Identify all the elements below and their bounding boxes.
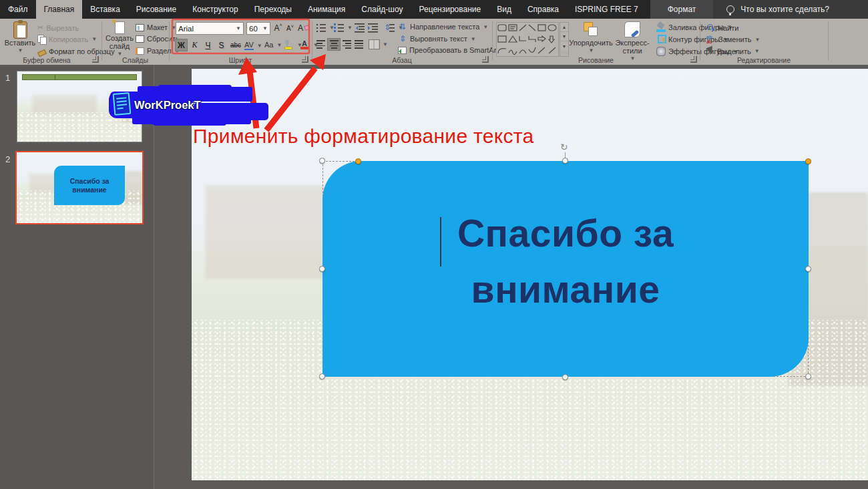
shape-fill-icon [656, 23, 666, 32]
font-dialog-launcher[interactable] [302, 56, 308, 63]
resize-handle-top-left[interactable] [319, 158, 325, 164]
layout-button[interactable]: Макет ▼ [136, 23, 176, 31]
justify-button[interactable] [353, 39, 365, 50]
font-name-combobox[interactable]: Arial ▼ [176, 22, 244, 35]
font-group-label: Шрифт [169, 56, 312, 64]
tab-home[interactable]: Главная [36, 0, 83, 19]
character-spacing-letters: AV [244, 41, 254, 50]
chevron-down-icon: ▼ [262, 25, 268, 31]
decrease-indent-button[interactable] [355, 23, 365, 33]
text-direction-button[interactable]: ⇅ Направление текста ▼ [398, 22, 488, 31]
tab-review[interactable]: Рецензирование [411, 0, 489, 19]
chevron-down-icon: ▼ [18, 47, 23, 55]
clipboard-dialog-launcher[interactable] [92, 56, 99, 63]
rotate-handle-icon[interactable]: ↻ [560, 142, 568, 152]
resize-handle-middle-left[interactable] [319, 266, 325, 272]
tab-help[interactable]: Справка [519, 0, 567, 19]
section-button[interactable]: Раздел ▼ [136, 47, 180, 55]
grow-font-button[interactable]: A˄ [272, 22, 284, 33]
convert-smartart-button[interactable]: Преобразовать в SmartArt ▼ [398, 46, 507, 54]
tab-view[interactable]: Вид [489, 0, 519, 19]
align-right-button[interactable] [341, 39, 353, 50]
increase-indent-icon [368, 23, 378, 33]
shrink-font-button[interactable]: A˅ [284, 23, 296, 34]
tab-design[interactable]: Конструктор [184, 0, 246, 19]
new-slide-icon: ✶ [115, 21, 125, 34]
chevron-down-icon: ▼ [589, 47, 594, 55]
find-label: Найти [718, 24, 738, 32]
tell-me-search[interactable]: Что вы хотите сделать? [713, 0, 868, 19]
character-spacing-button[interactable]: AV ▼ [244, 41, 262, 50]
thank-you-shape[interactable]: Спасибо за внимание [322, 161, 809, 377]
reset-button[interactable]: Сбросить [136, 35, 180, 43]
gallery-down-icon[interactable]: ▼ [560, 32, 568, 41]
gallery-more-icon[interactable]: ▼ [560, 41, 568, 51]
paragraph-dialog-launcher[interactable] [482, 56, 489, 63]
eraser-icon [304, 25, 310, 31]
chevron-down-icon: ▼ [383, 41, 388, 47]
format-painter-icon [37, 47, 46, 55]
cut-button[interactable]: ✂ Вырезать [37, 23, 79, 32]
clear-formatting-letter: A [298, 23, 303, 33]
title-bar: Файл Главная Вставка Рисование Конструкт… [0, 0, 868, 19]
gallery-up-icon[interactable]: ▲ [560, 23, 568, 32]
resize-handle-top-middle[interactable] [562, 158, 568, 164]
align-left-button[interactable] [315, 39, 327, 50]
tab-slideshow[interactable]: Слайд-шоу [353, 0, 411, 19]
strikethrough-button[interactable]: abc [228, 39, 244, 51]
tab-ispring[interactable]: ISPRING FREE 7 [567, 0, 646, 19]
find-button[interactable]: Найти [706, 23, 738, 32]
shape-outline-icon [656, 35, 666, 44]
text-shadow-button[interactable]: S [216, 39, 227, 51]
shapes-gallery-scrollbar[interactable]: ▲ ▼ ▼ [560, 22, 569, 57]
align-text-button[interactable]: ⇕ Выровнять текст ▼ [398, 34, 476, 43]
group-separator [700, 21, 700, 60]
replace-button[interactable]: abac Заменить ▼ [706, 35, 760, 44]
format-painter-label: Формат по образцу [49, 47, 115, 55]
copy-label: Копировать [49, 35, 88, 43]
resize-handle-middle-right[interactable] [805, 266, 811, 272]
slide-canvas[interactable]: Спасибо за внимание ↻ Применить форматир… [192, 69, 868, 480]
change-case-button[interactable]: Aa ▼ [264, 41, 282, 49]
scissors-icon: ✂ [37, 23, 43, 32]
slide-2-thumbnail-selected[interactable]: Спасибо за внимание [15, 151, 144, 224]
shapes-gallery[interactable] [496, 22, 559, 57]
tab-animations[interactable]: Анимация [300, 0, 353, 19]
copy-button[interactable]: Копировать ▼ [37, 35, 97, 43]
drawing-dialog-launcher[interactable] [690, 56, 697, 63]
tab-format-contextual[interactable]: Формат [650, 0, 714, 19]
tab-file[interactable]: Файл [0, 0, 36, 19]
paste-button[interactable]: Вставить ▼ [5, 21, 35, 55]
thank-you-text[interactable]: Спасибо за внимание [365, 205, 766, 317]
watermark-logo: WorKProekT [107, 86, 201, 126]
clear-formatting-button[interactable]: A [298, 22, 309, 33]
resize-handle-bottom-middle[interactable] [562, 374, 568, 380]
tab-transitions[interactable]: Переходы [246, 0, 300, 19]
resize-handle-bottom-right[interactable] [805, 373, 811, 379]
resize-handle-bottom-left[interactable] [319, 373, 325, 379]
adjust-handle-top-left[interactable] [355, 158, 361, 164]
tab-draw[interactable]: Рисование [128, 0, 184, 19]
cut-label: Вырезать [46, 24, 79, 32]
chevron-down-icon: ▼ [754, 48, 760, 54]
tab-insert[interactable]: Вставка [82, 0, 128, 19]
clipboard-group-label: Буфер обмена [0, 56, 93, 64]
format-painter-button[interactable]: Формат по образцу [37, 47, 115, 55]
new-slide-button[interactable]: ✶ Создать слайд ▼ [105, 21, 134, 58]
align-center-button[interactable] [328, 39, 340, 50]
arrange-button[interactable]: Упорядочить ▼ [570, 22, 612, 55]
columns-button[interactable]: ▼ [369, 40, 388, 49]
select-button[interactable]: Выделить ▼ [706, 47, 760, 55]
italic-button[interactable]: К [189, 39, 200, 51]
group-separator [101, 21, 102, 60]
font-size-combobox[interactable]: 60 ▼ [246, 22, 270, 35]
increase-indent-button[interactable] [368, 23, 378, 33]
shape-effects-icon [656, 47, 666, 56]
bold-button[interactable]: Ж [176, 39, 187, 51]
bullets-button[interactable]: ▼ [316, 23, 335, 33]
underline-button[interactable]: Ч [202, 39, 214, 51]
adjust-handle-top-right[interactable] [805, 158, 811, 164]
slide-1-number: 1 [5, 73, 10, 83]
align-text-label: Выровнять текст [410, 35, 467, 43]
numbering-button[interactable]: ▼ [334, 23, 353, 33]
